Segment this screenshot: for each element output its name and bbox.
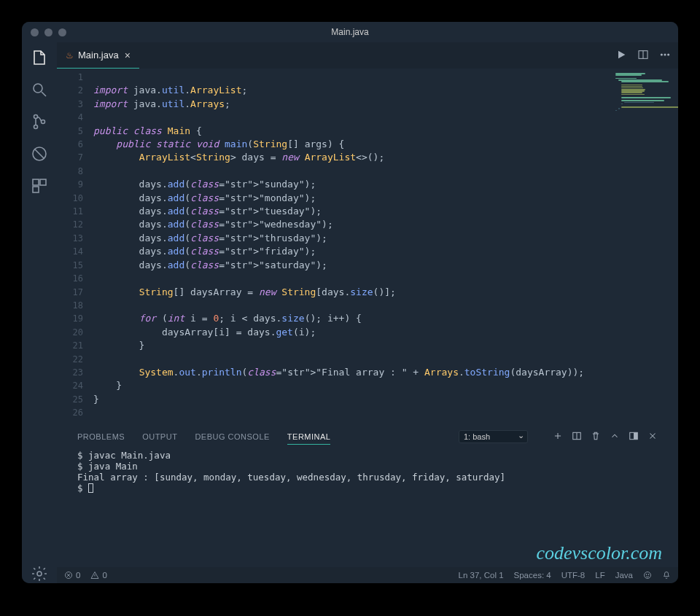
source-control-icon[interactable] xyxy=(30,112,49,131)
gutter: 1234567891011121314151617181920212223242… xyxy=(57,69,93,425)
more-icon[interactable] xyxy=(659,49,671,63)
svg-rect-7 xyxy=(33,187,39,192)
cursor-position[interactable]: Ln 37, Col 1 xyxy=(459,571,504,580)
notification-icon[interactable] xyxy=(662,571,671,580)
errors-count[interactable]: 0 xyxy=(64,571,80,580)
svg-point-19 xyxy=(648,574,649,575)
feedback-icon[interactable] xyxy=(643,571,652,580)
java-file-icon: ♨ xyxy=(66,50,74,61)
svg-rect-15 xyxy=(634,432,638,439)
kill-terminal-icon[interactable] xyxy=(591,431,601,442)
svg-point-3 xyxy=(42,120,45,124)
tab-filename: Main.java xyxy=(78,50,119,61)
svg-point-0 xyxy=(34,84,42,93)
terminal-cursor xyxy=(88,483,93,493)
activity-bar xyxy=(22,42,57,583)
terminal-tab[interactable]: TERMINAL xyxy=(287,432,331,445)
tabbar-actions xyxy=(615,42,671,69)
zoom-light[interactable] xyxy=(58,28,66,36)
editor[interactable]: 1234567891011121314151617181920212223242… xyxy=(57,69,678,425)
main: ♨ Main.java × 12345678910111213141516171… xyxy=(57,42,678,583)
minimap[interactable] xyxy=(612,69,678,425)
panel-tabs: PROBLEMS OUTPUT DEBUG CONSOLE TERMINAL 1… xyxy=(57,425,678,448)
warnings-count[interactable]: 0 xyxy=(90,571,106,580)
traffic-lights xyxy=(31,28,66,36)
svg-point-2 xyxy=(34,125,38,129)
tab-close-icon[interactable]: × xyxy=(125,50,131,61)
extensions-icon[interactable] xyxy=(30,176,49,195)
terminal-output[interactable]: $ javac Main.java $ java Main Final arra… xyxy=(57,448,678,567)
search-icon[interactable] xyxy=(30,80,49,99)
svg-rect-5 xyxy=(33,179,39,185)
svg-point-18 xyxy=(646,574,647,575)
svg-point-10 xyxy=(661,54,662,55)
svg-point-17 xyxy=(645,572,651,579)
close-light[interactable] xyxy=(31,28,39,36)
window: Main.java xyxy=(22,22,678,583)
svg-point-8 xyxy=(37,572,42,576)
watermark: codevscolor.com xyxy=(536,547,662,558)
settings-icon[interactable] xyxy=(30,564,49,583)
debug-icon[interactable] xyxy=(30,144,49,163)
encoding[interactable]: UTF-8 xyxy=(561,571,586,580)
svg-point-11 xyxy=(664,54,666,55)
split-editor-icon[interactable] xyxy=(637,49,649,63)
problems-tab[interactable]: PROBLEMS xyxy=(77,432,125,441)
terminal-selector[interactable]: 1: bash xyxy=(459,430,528,443)
output-tab[interactable]: OUTPUT xyxy=(142,432,177,441)
explorer-icon[interactable] xyxy=(30,48,49,67)
svg-point-12 xyxy=(668,54,669,55)
indentation[interactable]: Spaces: 4 xyxy=(514,571,551,580)
maximize-panel-icon[interactable] xyxy=(610,431,620,442)
svg-point-1 xyxy=(34,115,38,119)
body: ♨ Main.java × 12345678910111213141516171… xyxy=(22,42,678,583)
run-icon[interactable] xyxy=(615,49,627,63)
tab-main-java[interactable]: ♨ Main.java × xyxy=(57,42,139,69)
svg-rect-6 xyxy=(40,179,46,185)
window-title: Main.java xyxy=(331,27,368,37)
new-terminal-icon[interactable] xyxy=(553,431,563,442)
close-panel-icon[interactable] xyxy=(648,431,658,442)
language-mode[interactable]: Java xyxy=(615,571,633,580)
code[interactable]: import java.util.ArrayList; import java.… xyxy=(93,69,678,425)
toggle-panel-icon[interactable] xyxy=(629,431,639,442)
tabbar: ♨ Main.java × xyxy=(57,42,678,69)
split-terminal-icon[interactable] xyxy=(572,431,582,442)
titlebar: Main.java xyxy=(22,22,678,42)
statusbar: 0 0 Ln 37, Col 1 Spaces: 4 UTF-8 LF Java xyxy=(57,567,678,583)
panel: PROBLEMS OUTPUT DEBUG CONSOLE TERMINAL 1… xyxy=(57,425,678,567)
minimize-light[interactable] xyxy=(44,28,52,36)
eol[interactable]: LF xyxy=(595,571,604,580)
debug-console-tab[interactable]: DEBUG CONSOLE xyxy=(195,432,269,441)
